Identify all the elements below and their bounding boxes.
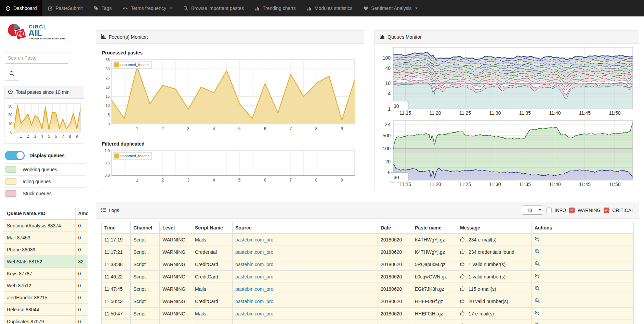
bar-chart-icon	[101, 34, 106, 40]
svg-text:4: 4	[41, 134, 43, 139]
search-plus-icon[interactable]	[535, 310, 540, 317]
log-level: WARNING	[160, 271, 192, 283]
svg-text:5: 5	[238, 178, 241, 183]
log-level: WARNING	[160, 320, 192, 324]
log-date: 20180620	[378, 246, 412, 258]
log-time: 11:17:21	[102, 246, 131, 258]
svg-text:Analysis of Information Leaks: Analysis of Information Leaks	[29, 37, 66, 40]
queue-row: Web.875120	[4, 280, 88, 292]
search-button[interactable]	[5, 68, 19, 81]
search-plus-icon[interactable]	[535, 323, 540, 324]
chevron-down-icon	[415, 8, 418, 9]
sidebar: CIRCL AIL Analysis of Information Leaks …	[0, 16, 88, 324]
filtered-duplicated-title: Filtered duplicated	[102, 141, 359, 147]
nav-trending-charts[interactable]: Trending charts	[249, 0, 301, 16]
svg-text:30: 30	[8, 104, 12, 108]
log-channel: Script	[131, 271, 160, 283]
svg-text:100: 100	[383, 146, 391, 151]
log-source-link[interactable]: pastebin.com_pro	[235, 262, 273, 267]
nav-dashboard[interactable]: Dashboard	[0, 0, 42, 16]
log-row: 11:47:45ScriptWARNINGMailspastebin.com_p…	[102, 283, 634, 295]
log-row: 11:46:22ScriptWARNINGCreditCardpastebin.…	[102, 271, 634, 283]
thumbs-up-icon	[460, 237, 465, 243]
legend-working-queues: Working queues	[4, 163, 86, 175]
processed-pastes-chart: 05101520253035123456789unnamed_feeder	[101, 57, 359, 134]
log-source-link[interactable]: pastebin.com_pro	[235, 237, 273, 242]
log-source-link[interactable]: pastebin.com_pro	[235, 274, 273, 279]
nav-sentiment-analysis[interactable]: Sentiment Analysis	[358, 0, 423, 16]
svg-text:11:40: 11:40	[549, 110, 561, 116]
warning-checkbox[interactable]	[569, 208, 575, 213]
chevron-down-icon	[170, 8, 172, 9]
search-icon	[183, 6, 188, 11]
search-plus-icon[interactable]	[535, 273, 540, 280]
search-plus-icon[interactable]	[535, 298, 540, 304]
svg-text:0: 0	[108, 122, 110, 126]
queue-row: WebStats.8815232	[4, 256, 88, 268]
queues-monitor-title: Queues Monitor	[387, 34, 422, 40]
queue-name-header: Queue Name.PID	[4, 208, 75, 220]
nav-browse-pastes[interactable]: Browse important pastes	[178, 0, 249, 16]
nav-terms-frequency[interactable]: Terms frequency	[117, 0, 178, 16]
log-source-link[interactable]: pastebin.com_pro	[235, 249, 273, 255]
svg-text:11:45: 11:45	[579, 182, 591, 187]
log-source-link[interactable]: pastebin.com_pro	[235, 299, 273, 304]
queues-out-chart: 5201005002K11:1511:2011:2511:3011:3511:4…	[378, 118, 635, 189]
critical-label: CRITICAL	[612, 208, 634, 213]
info-checkbox[interactable]	[546, 208, 552, 213]
warning-label: WARNING	[578, 208, 601, 213]
log-message: 234 credentials found.	[469, 249, 516, 255]
search-plus-icon[interactable]	[535, 249, 540, 255]
svg-text:11:25: 11:25	[459, 110, 471, 116]
queue-row: SentimentAnalysis.883740	[4, 220, 88, 232]
svg-text:9: 9	[76, 134, 78, 139]
log-source-link[interactable]: pastebin.com_pro	[235, 311, 273, 316]
log-message: 234 e-mail(s)	[469, 237, 497, 242]
log-date: 20180620	[378, 295, 412, 308]
svg-text:11:25: 11:25	[459, 182, 471, 187]
search-paste-input[interactable]	[5, 52, 69, 64]
search-plus-icon[interactable]	[535, 261, 540, 267]
thumbs-up-icon	[460, 249, 465, 255]
legend-stuck-queues: Stuck queues	[4, 187, 86, 199]
nav-modules-statistics[interactable]: Modules statistics	[301, 0, 358, 16]
svg-text:7: 7	[62, 134, 64, 139]
top-navbar: Dashboard PasteSubmit Tags Terms frequen…	[0, 0, 644, 16]
log-row: 11:51:34ScriptWARNINGCreditCardpastebin.…	[102, 320, 634, 324]
svg-text:20: 20	[106, 85, 110, 89]
bar-chart-icon	[307, 6, 312, 11]
legend-idling-queues: Idling queues	[4, 175, 86, 187]
nav-tags[interactable]: Tags	[88, 0, 117, 16]
svg-text:4: 4	[213, 178, 215, 183]
thumbs-up-icon	[460, 323, 465, 324]
log-script: CreditCard	[192, 295, 233, 308]
page-size-select[interactable]: 10	[522, 205, 543, 215]
log-paste-name: gCPGbuBx.gz	[412, 320, 457, 324]
svg-text:3: 3	[187, 126, 189, 131]
logs-panel: Logs 10 INFO WARNING CRITICAL	[96, 202, 639, 324]
log-source-link[interactable]: pastebin.com_pro	[235, 286, 273, 292]
svg-text:500: 500	[383, 133, 391, 138]
log-channel: Script	[131, 308, 160, 320]
search-plus-icon[interactable]	[535, 236, 540, 243]
critical-checkbox[interactable]	[604, 208, 609, 213]
svg-text:3: 3	[187, 178, 189, 183]
queue-row: Keys.877870	[4, 268, 88, 280]
log-message: 20 valid number(s)	[469, 299, 508, 304]
log-row: 11:50:43ScriptWARNINGCreditCardpastebin.…	[102, 295, 634, 308]
log-level: WARNING	[160, 246, 192, 258]
nav-pastesubmit[interactable]: PasteSubmit	[42, 0, 88, 16]
log-script: CreditCard	[192, 271, 233, 283]
log-date: 20180620	[378, 271, 412, 283]
main-content: Feeder(s) Monitor: Processed pastes 0510…	[88, 16, 644, 324]
edit-icon	[48, 6, 53, 11]
queues-in-window-input[interactable]	[390, 101, 408, 111]
log-date: 20180620	[378, 308, 412, 320]
logs-header: Logs 10 INFO WARNING CRITICAL	[96, 202, 639, 219]
tag-icon	[94, 6, 99, 11]
filtered-duplicated-chart: 0.00.51.0123456789unnamed_feeder	[101, 148, 359, 185]
log-level: WARNING	[160, 234, 192, 246]
display-queues-toggle[interactable]	[5, 151, 25, 160]
queues-out-window-input[interactable]	[390, 172, 408, 182]
search-plus-icon[interactable]	[535, 286, 540, 292]
